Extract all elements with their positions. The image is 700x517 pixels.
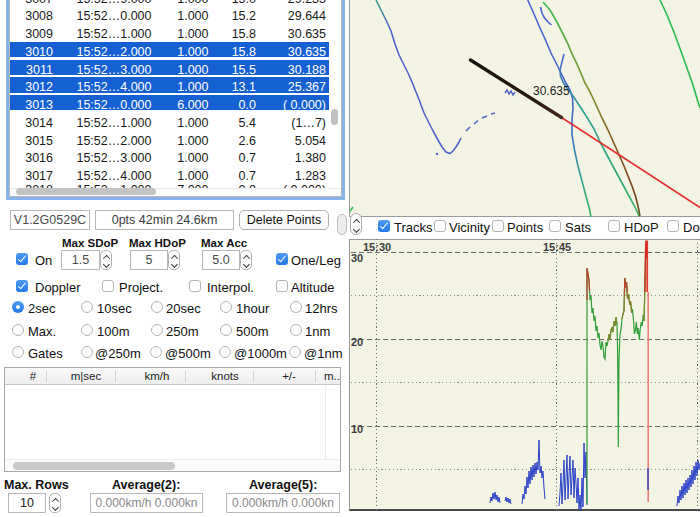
svg-text:20: 20 <box>351 336 363 348</box>
svg-text:30.635: 30.635 <box>533 84 570 98</box>
svg-text:10: 10 <box>351 423 363 435</box>
svg-text:15:45: 15:45 <box>543 241 571 253</box>
svg-text:15:30: 15:30 <box>363 241 391 253</box>
svg-text:30: 30 <box>351 252 363 264</box>
